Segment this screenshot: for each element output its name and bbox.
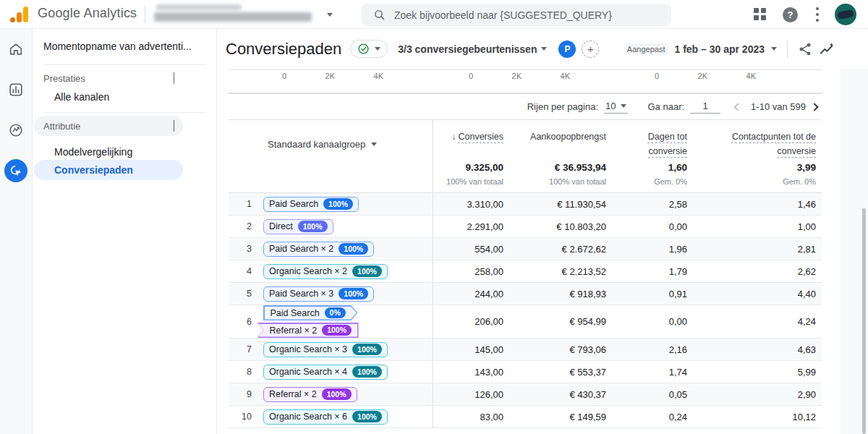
metric-touchpoints: 1,00 (687, 221, 816, 232)
nav-divider (43, 112, 207, 113)
pagination-range: 1-10 van 599 (751, 101, 806, 112)
caret-down-icon (541, 47, 547, 51)
total-touchpoints-sub: Gem. 0% (687, 177, 816, 186)
channel-chip[interactable]: Paid Search0% (263, 305, 357, 320)
property-caret-icon[interactable] (327, 13, 333, 17)
search-input[interactable]: Zoek bijvoorbeeld naar {SUGGESTED_QUERY} (362, 4, 671, 26)
more-options-icon[interactable] (816, 7, 819, 22)
dimension-selector[interactable]: Standaard kanaalgroep (229, 120, 433, 158)
axis-tick-label: 2K (698, 72, 707, 82)
avatar-logo (837, 9, 854, 20)
help-icon[interactable]: ? (783, 7, 798, 22)
add-comparison-button[interactable]: + (582, 41, 599, 58)
chevron-up-icon[interactable] (174, 121, 174, 132)
channel-chip[interactable]: Paid Search × 3100% (263, 286, 374, 302)
column-header-days[interactable]: Dagen tot conversie (606, 120, 687, 158)
table-row: 3Paid Search × 2100%554,00€ 2.672,621,96… (229, 238, 822, 260)
scrollbar-thumb[interactable] (862, 208, 866, 434)
channel-chip-label: Paid Search (269, 199, 318, 209)
sidebar-item-alle-kanalen[interactable]: Alle kanalen (34, 87, 183, 106)
rows-per-page-select[interactable]: 10 (604, 101, 627, 114)
rows-per-page-label: Rijen per pagina: (527, 101, 598, 112)
table-body: 1Paid Search100%3.310,00€ 11.930,542,581… (229, 193, 822, 428)
home-icon[interactable] (4, 38, 27, 61)
channel-chip[interactable]: Organic Search × 6100% (263, 409, 388, 425)
caret-down-icon[interactable] (771, 47, 777, 51)
previous-page-icon[interactable] (733, 103, 741, 111)
section-label: Prestaties (43, 73, 85, 84)
channel-chip[interactable]: Direct100% (263, 219, 333, 234)
metric-days: 1,74 (606, 367, 687, 378)
channel-chip[interactable]: Referral × 2100% (258, 323, 359, 338)
reports-icon[interactable] (4, 78, 27, 101)
property-selector-redacted[interactable] (154, 12, 312, 22)
conversion-events-selector[interactable]: 3/3 conversiegebeurtenissen (398, 43, 547, 55)
channel-chip-body: Paid Search0% (265, 307, 357, 320)
metric-days: 2,58 (606, 199, 687, 210)
axis-tick-label: 0 (655, 72, 659, 82)
sidebar-section-prestaties[interactable]: Prestaties (34, 68, 183, 88)
column-label: Contactpunten tot de conversie (720, 129, 816, 158)
chevron-up-icon[interactable] (174, 73, 174, 84)
goto-page-input[interactable]: 1 (690, 101, 720, 114)
column-header-conversions[interactable]: ↓Conversies (433, 120, 503, 158)
apps-grid-icon[interactable] (754, 8, 767, 21)
caret-down-icon (621, 104, 626, 108)
channel-chip[interactable]: Organic Search × 2100% (263, 264, 388, 279)
metric-days: 0,91 (606, 289, 687, 299)
table-row: 6Paid Search0%Referral × 2100%206,00€ 95… (229, 305, 822, 339)
column-header-touchpoints[interactable]: Contactpunten tot de conversie (687, 120, 816, 158)
total-conversions-sub: 100% van totaal (433, 177, 503, 186)
next-page-icon[interactable] (810, 103, 818, 111)
table-row: 7Organic Search × 3100%145,00€ 793,062,1… (229, 339, 822, 361)
column-header-revenue[interactable]: Aankoopopbrengst (503, 120, 606, 158)
date-range-selector[interactable]: 1 feb – 30 apr 2023 (674, 43, 765, 55)
path-chips-cell: Paid Search100% (258, 197, 433, 212)
metric-conversions: 3.310,00 (433, 199, 503, 210)
channel-chip[interactable]: Organic Search × 3100% (263, 342, 388, 357)
attribution-percent-pill: 100% (339, 243, 368, 255)
metric-revenue: € 149,59 (503, 412, 606, 422)
search-placeholder: Zoek bijvoorbeeld naar {SUGGESTED_QUERY} (394, 9, 612, 21)
attribution-percent-pill: 100% (352, 344, 382, 355)
data-quality-badge[interactable] (350, 40, 388, 58)
metric-conversions: 206,00 (433, 316, 503, 327)
channel-chip-label: Referral × 2 (269, 389, 317, 399)
share-icon[interactable] (798, 42, 812, 56)
metric-revenue: € 918,93 (503, 289, 606, 299)
search-icon (373, 9, 386, 21)
main-content: Conversiepaden 3/3 conversiegebeurteniss… (217, 29, 868, 434)
channel-chip-label: Organic Search × 4 (269, 367, 347, 377)
attribution-percent-pill: 100% (322, 388, 352, 400)
metric-touchpoints: 4,24 (687, 316, 816, 327)
sidebar-section-attributie[interactable]: Attributie (34, 116, 183, 136)
sidebar-item-snapshot[interactable]: Momentopname van advertenti... (43, 41, 208, 52)
caret-down-icon (371, 142, 377, 146)
explore-icon[interactable] (4, 119, 27, 142)
advertising-icon[interactable] (4, 159, 27, 182)
channel-chip[interactable]: Organic Search × 4100% (263, 365, 388, 380)
table-row: 1Paid Search100%3.310,00€ 11.930,542,581… (229, 193, 822, 216)
profile-chip[interactable]: P (558, 41, 576, 58)
path-chips-cell: Organic Search × 4100% (258, 365, 433, 380)
metric-touchpoints: 2,90 (687, 389, 816, 400)
sidebar-item-modelvergelijking[interactable]: Modelvergelijking (34, 142, 183, 161)
channel-chip[interactable]: Paid Search100% (263, 197, 359, 212)
axis-tick-label: 0 (469, 72, 473, 82)
channel-chip-label: Paid Search (271, 308, 320, 318)
metric-days: 0,24 (606, 412, 687, 422)
metric-revenue: € 2.213,52 (503, 266, 606, 277)
channel-chip[interactable]: Paid Search × 2100% (263, 242, 374, 257)
channel-chip-label: Organic Search × 6 (269, 412, 347, 422)
path-chips-cell: Referral × 2100% (258, 387, 433, 402)
events-selector-label: 3/3 conversiegebeurtenissen (398, 43, 537, 55)
axis-group: 02K4K (469, 72, 570, 82)
user-avatar[interactable] (835, 4, 856, 25)
sidebar-item-conversiepaden[interactable]: Conversiepaden (34, 160, 183, 180)
insights-icon[interactable] (819, 41, 835, 57)
channel-chip[interactable]: Referral × 2100% (263, 387, 357, 402)
metric-conversions: 126,00 (433, 389, 503, 400)
axis-group: 02K4K (655, 72, 756, 82)
axis-tick-label: 4K (746, 72, 756, 82)
account-name-redacted (156, 4, 242, 10)
